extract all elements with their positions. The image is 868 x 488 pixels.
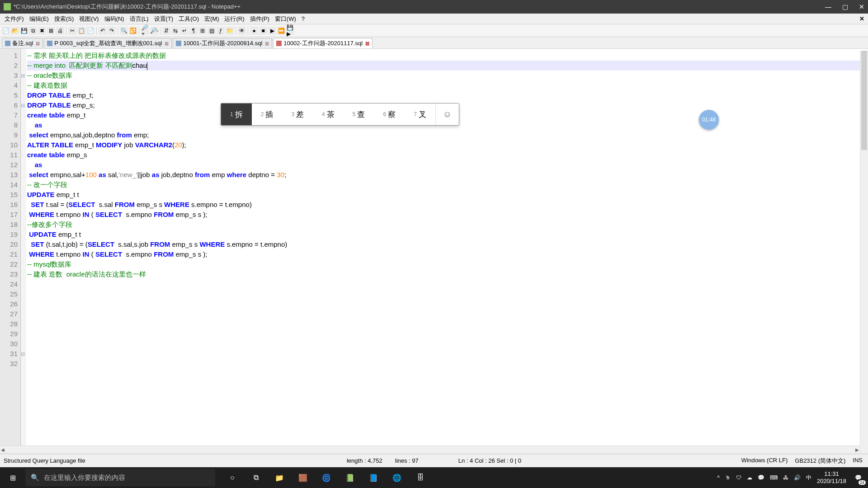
menu-help[interactable]: ?	[299, 15, 307, 22]
folder-icon[interactable]: 📁	[226, 27, 234, 35]
record-icon[interactable]: ●	[250, 27, 258, 35]
taskbar-notepadpp-icon[interactable]: 📗	[338, 467, 362, 488]
copy-icon[interactable]: 📋	[77, 27, 85, 35]
ime-candidate[interactable]: 3差	[282, 103, 313, 125]
tray-clock[interactable]: 11:31 2020/11/18	[817, 470, 846, 484]
taskbar-search[interactable]: 🔍 在这里输入你要搜索的内容	[25, 469, 215, 486]
taskbar-edge-icon[interactable]: 🌐	[385, 467, 409, 488]
tray-security-icon[interactable]: 🛡	[736, 474, 741, 481]
menu-search[interactable]: 搜索(S)	[52, 15, 76, 23]
tab-label: 10002-工作问题-20201117.sql	[283, 39, 363, 47]
tab-close-icon[interactable]: ⊠	[165, 41, 169, 47]
taskbar-app-icon[interactable]: 🟫	[291, 467, 315, 488]
tab-label: P 0003_sql全套_基础查询_增删改001.sql	[54, 39, 162, 47]
zoom-out-icon[interactable]: 🔎-	[150, 27, 158, 35]
paste-icon[interactable]: 📄	[86, 27, 94, 35]
menu-language[interactable]: 语言(L)	[127, 15, 151, 23]
menu-tools[interactable]: 工具(O)	[176, 15, 202, 23]
func-list-icon[interactable]: ƒ	[217, 27, 225, 35]
tab-close-icon[interactable]: ⊠	[36, 41, 40, 47]
cut-icon[interactable]: ✂	[68, 27, 76, 35]
menu-window[interactable]: 窗口(W)	[272, 15, 299, 23]
title-bar: *C:\Users\Archerlan\Desktop\工作问题解决\10002…	[0, 0, 868, 14]
ime-candidate[interactable]: 7叉	[405, 103, 435, 125]
status-bar: Structured Query Language file length : …	[0, 454, 868, 467]
menu-view[interactable]: 视图(V)	[76, 15, 101, 23]
timer-overlay[interactable]: 01:48	[699, 110, 719, 130]
taskview-icon[interactable]: ⧉	[244, 467, 268, 488]
tray-ime-icon[interactable]: 中	[806, 474, 811, 482]
menu-encoding[interactable]: 编码(N)	[102, 15, 127, 23]
ime-candidate[interactable]: 6察	[374, 103, 405, 125]
menu-plugins[interactable]: 插件(P)	[247, 15, 272, 23]
ime-candidate[interactable]: 2插	[252, 103, 283, 125]
search-placeholder: 在这里输入你要搜索的内容	[44, 474, 125, 482]
start-button[interactable]: ⊞	[0, 467, 25, 488]
save-all-icon[interactable]: ⧉	[29, 27, 37, 35]
ime-emoji-icon[interactable]: ☺	[435, 103, 459, 125]
ime-candidate[interactable]: 4茶	[313, 103, 344, 125]
play-icon[interactable]: ▶	[268, 27, 276, 35]
tray-keyboard-icon[interactable]: ⌨	[770, 474, 778, 481]
taskbar-explorer-icon[interactable]: 📁	[268, 467, 291, 488]
menu-file[interactable]: 文件(F)	[2, 15, 27, 23]
notifications-icon[interactable]: 💬24	[852, 471, 864, 484]
doc-tab[interactable]: 备注.sql⊠	[2, 38, 43, 48]
tray-network-icon[interactable]: 🖧	[783, 474, 788, 481]
new-file-icon[interactable]: 📄	[2, 27, 10, 35]
doc-tab[interactable]: P 0003_sql全套_基础查询_增删改001.sql⊠	[44, 38, 172, 48]
stop-icon[interactable]: ■	[259, 27, 267, 35]
tab-close-icon[interactable]: ⊠	[265, 41, 269, 47]
menu-run[interactable]: 运行(R)	[222, 15, 247, 23]
status-mode: INS	[853, 457, 863, 465]
savemacro-icon[interactable]: 💾▶	[286, 27, 294, 35]
tray-volume-icon[interactable]: 🔊	[794, 474, 801, 481]
menubar-close-icon[interactable]: ✕	[859, 15, 864, 22]
maximize-button[interactable]: ▢	[842, 3, 848, 10]
horizontal-scrollbar[interactable]: ◀▶	[0, 446, 860, 454]
open-file-icon[interactable]: 📂	[11, 27, 19, 35]
doc-tab[interactable]: 10001-工作问题-20200914.sql⊠	[173, 38, 272, 48]
tray-onedrive-icon[interactable]: ☁	[747, 474, 752, 481]
taskbar-app-icon[interactable]: 🌀	[315, 467, 338, 488]
wordwrap-icon[interactable]: ↵	[180, 27, 189, 35]
close-all-icon[interactable]: ⊠	[47, 27, 55, 35]
sync-v-icon[interactable]: ⇵	[162, 27, 170, 35]
status-eol: Windows (CR LF)	[741, 457, 788, 465]
toolbar: 📄 📂 💾 ⧉ ✖ ⊠ 🖨 ✂ 📋 📄 ↶ ↷ 🔍 🔁 🔎+ 🔎- ⇵ ⇆ ↵ …	[0, 24, 868, 37]
menu-macro[interactable]: 宏(M)	[202, 15, 222, 23]
ime-candidate-selected[interactable]: 1拆	[221, 103, 252, 125]
status-length: length : 4,752	[347, 457, 382, 464]
menu-bar: 文件(F) 编辑(E) 搜索(S) 视图(V) 编码(N) 语言(L) 设置(T…	[0, 14, 868, 24]
save-icon[interactable]: 💾	[20, 27, 28, 35]
allchars-icon[interactable]: ¶	[189, 27, 198, 35]
tray-usb-icon[interactable]: 🖱	[725, 474, 731, 481]
monitor-icon[interactable]: 👁	[238, 27, 246, 35]
menu-settings[interactable]: 设置(T)	[151, 15, 176, 23]
zoom-in-icon[interactable]: 🔎+	[141, 27, 149, 35]
doc-map-icon[interactable]: ▤	[208, 27, 216, 35]
menu-edit[interactable]: 编辑(E)	[27, 15, 52, 23]
tab-file-icon	[276, 41, 282, 46]
cortana-icon[interactable]: ○	[221, 467, 244, 488]
taskbar-db-icon[interactable]: 🗄	[409, 467, 432, 488]
minimize-button[interactable]: ―	[825, 3, 831, 10]
undo-icon[interactable]: ↶	[99, 27, 107, 35]
replace-icon[interactable]: 🔁	[129, 27, 137, 35]
indent-guide-icon[interactable]: ⊞	[198, 27, 207, 35]
ime-candidate[interactable]: 5查	[344, 103, 374, 125]
tab-close-icon[interactable]: ⊠	[365, 41, 369, 47]
sync-h-icon[interactable]: ⇆	[171, 27, 179, 35]
doc-tab-active[interactable]: 10002-工作问题-20201117.sql⊠	[273, 38, 373, 48]
fastplay-icon[interactable]: ⏩	[277, 27, 285, 35]
close-file-icon[interactable]: ✖	[38, 27, 46, 35]
vertical-scrollbar[interactable]	[860, 51, 868, 454]
close-button[interactable]: ✕	[859, 3, 864, 10]
tray-chevron-icon[interactable]: ^	[717, 474, 720, 481]
redo-icon[interactable]: ↷	[108, 27, 116, 35]
tray-wechat-icon[interactable]: 💬	[758, 474, 764, 481]
find-icon[interactable]: 🔍	[120, 27, 128, 35]
scrollbar-thumb[interactable]	[861, 51, 867, 150]
print-icon[interactable]: 🖨	[56, 27, 64, 35]
taskbar-word-icon[interactable]: 📘	[362, 467, 385, 488]
